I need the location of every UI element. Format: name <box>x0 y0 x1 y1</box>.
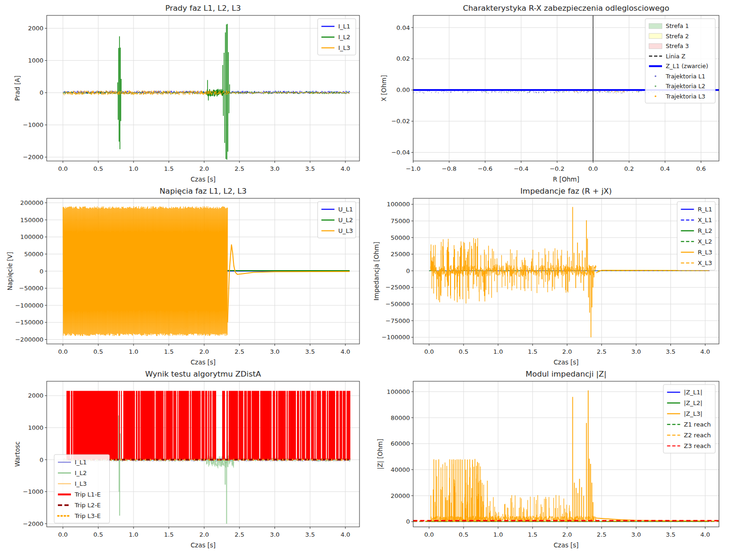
chart-title: Charakterystyka R-X zabezpieczenia odleg… <box>463 4 669 13</box>
chart-napiecia-faz: 0.00.51.01.52.02.53.03.54.0−200000−15000… <box>0 183 374 366</box>
x-tick-label: 3.5 <box>666 531 676 538</box>
series <box>63 206 350 336</box>
x-axis-label: Czas [s] <box>554 541 579 549</box>
legend-label: |Z_L3| <box>684 410 703 417</box>
y-tick-label: 50000 <box>391 234 410 241</box>
y-tick-label: 20000 <box>391 492 410 499</box>
y-tick-label: 100000 <box>20 233 43 240</box>
y-axis-label: |Z| [Ohm] <box>376 439 384 469</box>
x-tick-label: −0.8 <box>442 165 457 172</box>
legend: I_L1I_L2I_L3Trip L1-ETrip L2-ETrip L3-E <box>54 455 110 523</box>
legend-label: U_L3 <box>338 227 353 234</box>
legend-label: R_L1 <box>698 206 712 213</box>
x-axis-label: Czas [s] <box>190 175 216 183</box>
chart-title: Prady faz L1, L2, L3 <box>165 4 241 13</box>
x-tick-label: 3.5 <box>666 348 676 355</box>
x-tick-label: 1.0 <box>129 531 139 538</box>
legend-label: Trajektoria L3 <box>665 93 705 100</box>
x-tick-label: 2.5 <box>235 348 245 355</box>
y-tick-label: −50000 <box>386 301 410 308</box>
x-tick-label: 0.5 <box>459 348 469 355</box>
x-tick-label: 0.5 <box>459 531 469 538</box>
y-tick-label: 80000 <box>391 414 410 421</box>
x-axis-label: Czas [s] <box>190 541 216 549</box>
y-tick-label: −100000 <box>381 334 410 341</box>
x-tick-label: 2.0 <box>199 165 209 172</box>
x-tick-label: 0.0 <box>58 348 68 355</box>
y-axis-label: Wartosc <box>14 441 21 467</box>
y-tick-label: −0.02 <box>391 118 410 125</box>
figure: 0.00.51.01.52.02.53.03.54.0−2000−1000010… <box>0 0 747 560</box>
y-tick-label: 2000 <box>28 392 43 399</box>
legend: Strefa 1Strefa 2Strefa 3Linia ZZ_L1 (zwa… <box>645 19 715 103</box>
y-axis-label: Napięcie [V] <box>6 252 14 291</box>
y-tick-label: 1000 <box>28 57 43 64</box>
x-tick-label: 3.0 <box>270 165 280 172</box>
x-tick-label: 2.0 <box>562 531 572 538</box>
x-tick-label: 3.5 <box>305 531 315 538</box>
x-tick-label: 1.5 <box>528 531 537 538</box>
legend-label: Trip L3-E <box>74 512 101 519</box>
legend: U_L1U_L2U_L3 <box>317 202 356 238</box>
y-tick-label: 100000 <box>387 201 410 208</box>
legend-label: Trajektoria L2 <box>665 83 705 90</box>
legend-label: Trip L2-E <box>74 502 101 509</box>
chart-title: Wynik testu algorytmu ZDistA <box>145 370 261 378</box>
chart-prady-faz: 0.00.51.01.52.02.53.03.54.0−2000−1000010… <box>0 0 374 183</box>
legend-label: Trip L1-E <box>74 491 101 498</box>
x-axis-label: Czas [s] <box>554 358 579 366</box>
y-tick-label: 0.00 <box>396 86 410 93</box>
x-tick-label: 1.5 <box>528 348 537 355</box>
x-tick-label: 2.0 <box>199 531 209 538</box>
y-tick-label: −2000 <box>23 520 43 527</box>
legend-label: |Z_L2| <box>684 399 703 406</box>
x-tick-label: 1.0 <box>129 348 139 355</box>
y-tick-label: 0 <box>406 518 410 525</box>
x-tick-label: −1.0 <box>406 165 421 172</box>
x-tick-label: 0.5 <box>93 165 103 172</box>
y-tick-label: −0.04 <box>391 149 410 156</box>
legend-swatch-marker <box>655 85 656 87</box>
x-tick-label: 0.0 <box>424 348 434 355</box>
x-tick-label: 2.5 <box>597 348 606 355</box>
legend-label: I_L2 <box>75 469 87 476</box>
x-tick-label: 4.0 <box>700 531 710 538</box>
y-tick-label: 60000 <box>391 440 410 447</box>
legend-label: Z_L1 (zwarcie) <box>666 63 708 70</box>
y-tick-label: 0.02 <box>396 55 410 62</box>
legend-label: X_L3 <box>698 259 712 266</box>
x-tick-label: 3.5 <box>305 348 315 355</box>
y-axis-label: Impedancja [Ohm] <box>374 242 380 301</box>
x-tick-label: −0.6 <box>478 165 493 172</box>
x-tick-label: 2.5 <box>235 165 245 172</box>
x-tick-label: 3.0 <box>631 348 641 355</box>
legend-swatch-patch <box>649 23 662 28</box>
x-tick-label: 2.0 <box>562 348 572 355</box>
axes: 0.00.51.01.52.02.53.03.54.0−100000−75000… <box>374 187 719 366</box>
legend-swatch-patch <box>649 34 662 39</box>
x-tick-label: 1.0 <box>493 531 503 538</box>
y-tick-label: 0.04 <box>396 24 410 31</box>
y-tick-label: −25000 <box>386 284 410 291</box>
legend-label: Strefa 2 <box>666 33 689 40</box>
y-tick-label: 200000 <box>20 199 43 206</box>
y-tick-label: −100000 <box>15 302 43 309</box>
y-tick-label: 0 <box>40 456 43 463</box>
x-tick-label: 4.0 <box>340 531 350 538</box>
y-axis-label: Prad [A] <box>14 76 21 101</box>
legend: R_L1X_L1R_L2X_L2R_L3X_L3 <box>677 202 715 270</box>
y-tick-label: −2000 <box>23 154 43 161</box>
series <box>429 207 709 337</box>
legend-label: I_L2 <box>338 34 350 41</box>
legend-swatch-patch <box>649 43 662 49</box>
x-tick-label: 0.0 <box>58 531 68 538</box>
x-tick-label: 4.0 <box>700 348 710 355</box>
legend: I_L1I_L2I_L3 <box>317 19 356 55</box>
y-tick-label: −1000 <box>23 488 43 495</box>
x-tick-label: 1.0 <box>493 348 503 355</box>
legend-swatch-marker <box>655 96 656 97</box>
x-tick-label: −0.2 <box>550 165 564 172</box>
y-tick-label: 25000 <box>391 251 410 258</box>
x-tick-label: 1.5 <box>164 531 174 538</box>
x-tick-label: 0.0 <box>424 531 434 538</box>
